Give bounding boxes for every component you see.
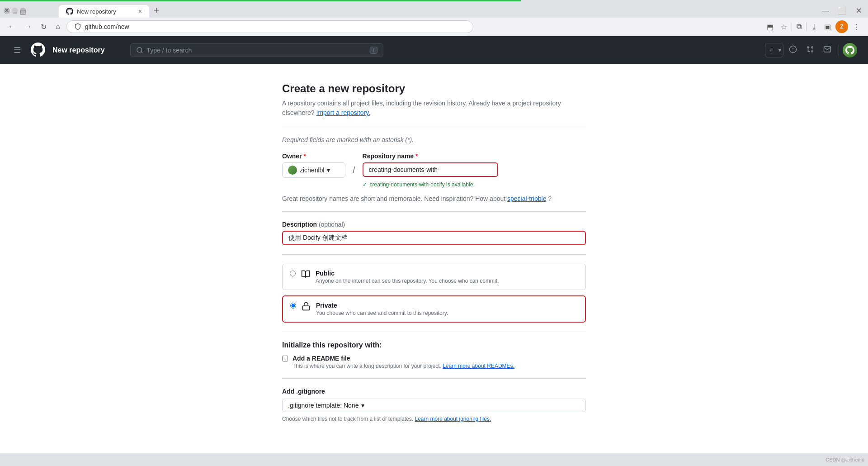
public-text: Public Anyone on the internet can see th… (316, 270, 499, 284)
home-btn[interactable]: ⌂ (53, 21, 63, 33)
inbox-btn[interactable] (820, 43, 835, 58)
user-avatar[interactable] (843, 43, 857, 57)
download-btn[interactable]: ⤓ (808, 21, 820, 33)
svg-point-5 (811, 51, 813, 52)
browser-user-avatar[interactable]: Z (835, 20, 848, 33)
repo-name-required: * (415, 152, 418, 160)
public-option[interactable]: Public Anyone on the internet can see th… (282, 264, 586, 290)
pull-requests-btn[interactable] (802, 43, 818, 58)
private-radio[interactable] (290, 303, 296, 309)
active-tab[interactable]: New repository × (59, 5, 149, 18)
owner-icon (288, 166, 297, 175)
address-bar[interactable]: github.com/new (66, 20, 473, 33)
header-icons: + ▾ (765, 43, 857, 58)
window-close-btn[interactable]: × (4, 8, 10, 14)
inspiration-link[interactable]: special-tribble (507, 195, 546, 202)
user-avatar-img (845, 46, 854, 55)
private-text: Private You choose who can see and commi… (316, 302, 448, 316)
private-icon (302, 302, 311, 313)
available-icon: ✓ (363, 181, 367, 188)
progress-bar (0, 0, 521, 1)
readme-text: Add a README file This is where you can … (292, 355, 514, 369)
new-item-btn[interactable]: + (765, 43, 777, 57)
inspiration-text: Great repository names are short and mem… (282, 195, 586, 202)
private-content: Private You choose who can see and commi… (302, 302, 448, 316)
new-tab-btn[interactable]: + (150, 4, 163, 18)
header-search[interactable]: Type / to search / (130, 43, 383, 57)
window-min-btn[interactable]: – (12, 8, 18, 14)
back-btn[interactable]: ← (5, 21, 18, 33)
readme-link[interactable]: Learn more about READMEs. (443, 363, 514, 369)
repo-name-input[interactable] (363, 162, 498, 177)
gitignore-section: Add .gitignore .gitignore template: None… (282, 388, 586, 422)
owner-dropdown-icon: ▾ (327, 166, 330, 174)
svg-point-4 (807, 47, 809, 48)
reload-btn[interactable]: ↻ (38, 21, 49, 33)
cast-btn[interactable]: ⬒ (764, 21, 776, 33)
window-controls: — ⬜ ✕ (819, 5, 864, 17)
window-restore-btn[interactable]: ⬜ (835, 5, 849, 17)
browser-tabs: New repository × + (59, 4, 163, 18)
import-link[interactable]: Import a repository. (316, 109, 371, 116)
description-group: Description (optional) (282, 221, 586, 245)
github-logo (31, 43, 45, 58)
initialize-title: Initialize this repository with: (282, 341, 586, 349)
initialize-section: Initialize this repository with: Add a R… (282, 341, 586, 369)
gitignore-dropdown-icon: ▾ (361, 402, 364, 409)
readme-option: Add a README file This is where you can … (282, 355, 586, 369)
bookmark-btn[interactable]: ☆ (778, 21, 790, 33)
readme-label: Add a README file (292, 355, 514, 362)
private-option[interactable]: Private You choose who can see and commi… (282, 295, 586, 323)
inbox-icon (823, 45, 831, 53)
description-optional: (optional) (319, 221, 345, 228)
form-container: Create a new repository A repository con… (271, 82, 597, 422)
search-icon (136, 47, 143, 54)
page-subtitle: A repository contains all project files,… (282, 99, 586, 118)
owner-label: Owner * (282, 152, 345, 160)
gitignore-desc: Choose which files not to track from a l… (282, 416, 586, 422)
watermark: CSDN @zichenlu (826, 457, 864, 462)
github-logo-svg (31, 43, 45, 57)
window-minimize-btn[interactable]: — (819, 5, 831, 17)
forward-btn[interactable]: → (22, 21, 34, 33)
tab-close-btn[interactable]: × (138, 8, 142, 15)
nav-right-icons: ⬒ ☆ ⧉ ⤓ ▣ Z ⋮ (764, 20, 863, 33)
issues-btn[interactable] (785, 43, 801, 58)
path-separator: / (353, 165, 355, 176)
public-desc: Anyone on the internet can see this repo… (316, 278, 499, 284)
window-close-x-btn[interactable]: ✕ (853, 5, 864, 17)
gitignore-link[interactable]: Learn more about ignoring files. (415, 416, 491, 422)
owner-value: zichenlbl (300, 166, 324, 174)
readme-desc: This is where you can write a long descr… (292, 363, 514, 369)
secure-icon (74, 23, 81, 30)
public-radio[interactable] (290, 271, 296, 276)
browser-nav-bar: ← → ↻ ⌂ github.com/new ⬒ ☆ ⧉ ⤓ ▣ Z ⋮ (0, 18, 868, 36)
section-divider-1 (282, 127, 586, 127)
new-item-dropdown-btn[interactable]: ▾ (777, 44, 783, 56)
page-title: Create a new repository (282, 82, 586, 95)
owner-required: * (303, 152, 306, 160)
gitignore-dropdown[interactable]: .gitignore template: None ▾ (282, 399, 586, 412)
private-desc: You choose who can see and commit to thi… (316, 310, 448, 316)
window-max-btn[interactable]: □ (20, 8, 26, 14)
public-icon (301, 270, 310, 281)
sidebar-toggle-btn[interactable]: ▣ (821, 21, 834, 33)
section-divider-3 (282, 254, 586, 255)
visibility-group: Public Anyone on the internet can see th… (282, 264, 586, 323)
svg-point-0 (137, 48, 142, 52)
hamburger-btn[interactable]: ☰ (11, 43, 24, 58)
section-divider-4 (282, 332, 586, 332)
github-header: ☰ New repository Type / to search / + ▾ (0, 36, 868, 64)
menu-btn[interactable]: ⋮ (850, 21, 863, 33)
tab-favicon (66, 8, 73, 15)
owner-select[interactable]: zichenlbl ▾ (282, 162, 345, 178)
pr-icon (806, 45, 814, 53)
header-divider (839, 45, 839, 56)
description-input[interactable] (282, 231, 586, 245)
svg-rect-7 (303, 306, 310, 310)
header-title: New repository (52, 46, 105, 54)
readme-checkbox[interactable] (282, 356, 288, 361)
extensions-btn[interactable]: ⧉ (794, 21, 804, 33)
public-label: Public (316, 270, 499, 277)
owner-repo-row: Owner * zichenlbl ▾ / Repository name * (282, 152, 586, 188)
